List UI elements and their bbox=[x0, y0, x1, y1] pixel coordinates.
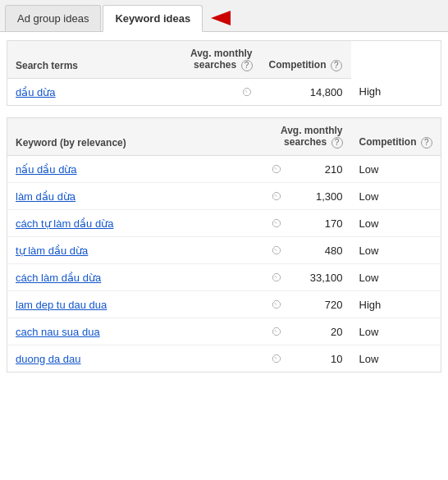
keyword-competition: Low bbox=[351, 264, 441, 291]
keyword-row: tự làm dầu dừa ⏲ 480 Low bbox=[7, 237, 441, 264]
search-term-row: dầu dừa ⏲ 14,800 High bbox=[7, 79, 441, 106]
keyword-searches: 20 bbox=[290, 318, 351, 345]
col-header-keyword-competition: Competition ? bbox=[351, 118, 441, 156]
search-terms-section: Search terms Avg. monthlysearches ? Comp… bbox=[0, 32, 448, 114]
keyword-row: cách làm dầu dừa ⏲ 33,100 Low bbox=[7, 264, 441, 291]
keyword-term: cách tự làm dầu dừa bbox=[7, 210, 261, 237]
keyword-competition: Low bbox=[351, 183, 441, 210]
keyword-ideas-table: Keyword (by relevance) Avg. monthlysearc… bbox=[7, 117, 441, 373]
trend-chart-icon[interactable]: ⏲ bbox=[241, 85, 253, 98]
keyword-chart-icon-cell: ⏲ bbox=[261, 156, 290, 183]
keyword-competition: Low bbox=[351, 156, 441, 183]
search-term-chart-icon-cell: ⏲ bbox=[171, 79, 261, 106]
keyword-chart-icon-cell: ⏲ bbox=[261, 291, 290, 318]
search-term-competition: High bbox=[351, 79, 441, 106]
keyword-competition-help-icon[interactable]: ? bbox=[421, 137, 432, 149]
searches-help-icon[interactable]: ? bbox=[241, 60, 253, 71]
keyword-link[interactable]: làm dầu dừa bbox=[16, 190, 75, 203]
keyword-chart-icon-cell: ⏲ bbox=[261, 237, 290, 264]
keyword-row: lam dep tu dau dua ⏲ 720 High bbox=[7, 291, 441, 318]
tab-keyword-ideas-label: Keyword ideas bbox=[115, 12, 190, 25]
keyword-term: duong da dau bbox=[7, 345, 261, 373]
keyword-competition: High bbox=[351, 291, 441, 318]
selected-tab-arrow-icon bbox=[211, 11, 237, 25]
tab-keyword-ideas[interactable]: Keyword ideas bbox=[103, 5, 203, 32]
trend-chart-icon-4[interactable]: ⏲ bbox=[271, 271, 282, 284]
col-header-avg-monthly-searches: Avg. monthlysearches ? bbox=[171, 41, 261, 79]
tab-ad-group-ideas-label: Ad group ideas bbox=[17, 12, 89, 25]
keyword-searches: 1,300 bbox=[290, 183, 351, 210]
search-term-searches: 14,800 bbox=[261, 79, 351, 106]
keyword-term: làm dầu dừa bbox=[7, 183, 261, 210]
keyword-searches: 210 bbox=[290, 156, 351, 183]
keyword-link[interactable]: cach nau sua dua bbox=[16, 326, 100, 338]
keyword-chart-icon-cell: ⏲ bbox=[261, 318, 290, 345]
keyword-link[interactable]: nấu dầu dừa bbox=[16, 163, 77, 176]
keyword-term: lam dep tu dau dua bbox=[7, 291, 261, 318]
keyword-searches: 33,100 bbox=[290, 264, 351, 291]
keyword-searches: 170 bbox=[290, 210, 351, 237]
search-term-keyword: dầu dừa bbox=[7, 79, 171, 106]
search-terms-header-row: Search terms Avg. monthlysearches ? Comp… bbox=[7, 41, 441, 79]
competition-help-icon[interactable]: ? bbox=[331, 60, 342, 71]
trend-chart-icon-7[interactable]: ⏲ bbox=[271, 352, 282, 365]
keyword-link[interactable]: tự làm dầu dừa bbox=[16, 245, 88, 257]
tab-bar: Ad group ideas Keyword ideas bbox=[0, 0, 448, 32]
keyword-searches-help-icon[interactable]: ? bbox=[331, 137, 343, 149]
trend-chart-icon-2[interactable]: ⏲ bbox=[271, 217, 282, 230]
col-header-competition: Competition ? bbox=[261, 41, 351, 79]
keyword-row: nấu dầu dừa ⏲ 210 Low bbox=[7, 156, 441, 183]
keyword-competition: Low bbox=[351, 237, 441, 264]
keyword-row: cách tự làm dầu dừa ⏲ 170 Low bbox=[7, 210, 441, 237]
keyword-searches: 720 bbox=[290, 291, 351, 318]
keyword-row: cach nau sua dua ⏲ 20 Low bbox=[7, 318, 441, 345]
keyword-term: cach nau sua dua bbox=[7, 318, 261, 345]
trend-chart-icon-6[interactable]: ⏲ bbox=[271, 325, 282, 338]
keyword-chart-icon-cell: ⏲ bbox=[261, 264, 290, 291]
keyword-searches: 480 bbox=[290, 237, 351, 264]
keyword-term: nấu dầu dừa bbox=[7, 156, 261, 183]
col-header-search-terms: Search terms bbox=[7, 41, 171, 79]
keyword-header-row: Keyword (by relevance) Avg. monthlysearc… bbox=[7, 118, 441, 156]
keyword-link[interactable]: duong da dau bbox=[16, 353, 81, 365]
keyword-chart-icon-cell: ⏲ bbox=[261, 345, 290, 373]
keyword-link[interactable]: lam dep tu dau dua bbox=[16, 299, 107, 311]
trend-chart-icon-5[interactable]: ⏲ bbox=[271, 298, 282, 311]
keyword-link[interactable]: cách tự làm dầu dừa bbox=[16, 217, 113, 230]
svg-marker-0 bbox=[211, 11, 231, 25]
tab-ad-group-ideas[interactable]: Ad group ideas bbox=[5, 5, 101, 31]
keyword-row: duong da dau ⏲ 10 Low bbox=[7, 345, 441, 373]
search-term-link[interactable]: dầu dừa bbox=[16, 86, 56, 98]
keyword-term: cách làm dầu dừa bbox=[7, 264, 261, 291]
keyword-chart-icon-cell: ⏲ bbox=[261, 210, 290, 237]
keyword-searches: 10 bbox=[290, 345, 351, 373]
keyword-competition: Low bbox=[351, 210, 441, 237]
trend-chart-icon-3[interactable]: ⏲ bbox=[271, 244, 282, 257]
keyword-link[interactable]: cách làm dầu dừa bbox=[16, 272, 101, 284]
col-header-keyword-searches: Avg. monthlysearches ? bbox=[261, 118, 351, 156]
col-header-keyword-relevance: Keyword (by relevance) bbox=[7, 118, 261, 156]
keyword-row: làm dầu dừa ⏲ 1,300 Low bbox=[7, 183, 441, 210]
trend-chart-icon-0[interactable]: ⏲ bbox=[271, 162, 282, 176]
keyword-term: tự làm dầu dừa bbox=[7, 237, 261, 264]
search-terms-table: Search terms Avg. monthlysearches ? Comp… bbox=[7, 40, 441, 106]
keyword-competition: Low bbox=[351, 318, 441, 345]
keyword-ideas-section: Keyword (by relevance) Avg. monthlysearc… bbox=[0, 114, 448, 381]
keyword-competition: Low bbox=[351, 345, 441, 373]
trend-chart-icon-1[interactable]: ⏲ bbox=[271, 190, 282, 203]
keyword-chart-icon-cell: ⏲ bbox=[261, 183, 290, 210]
